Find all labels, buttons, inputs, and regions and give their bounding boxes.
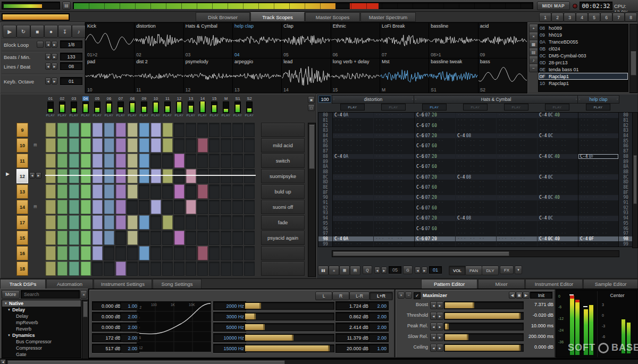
track-play-button[interactable]: PLAY — [163, 114, 172, 117]
matrix-cell[interactable] — [139, 138, 149, 153]
matrix-cell[interactable] — [139, 154, 149, 168]
note-cell[interactable]: ··· ·· ·· — [455, 149, 496, 154]
matrix-cell[interactable] — [221, 169, 231, 183]
matrix-cell[interactable] — [115, 200, 126, 214]
dsp-tree-item-delay[interactable]: ▼Delay — [2, 307, 81, 313]
note-cell[interactable]: ··· ·· ·· — [496, 216, 537, 221]
matrix-cell[interactable] — [221, 215, 231, 230]
note-cell[interactable]: ··· ·· ·· — [496, 143, 537, 149]
matrix-cell[interactable] — [139, 169, 149, 183]
note-cell[interactable]: ··· ·· ·· — [373, 164, 414, 170]
matrix-cell[interactable] — [209, 169, 220, 183]
matrix-cell[interactable] — [197, 200, 208, 214]
note-cell[interactable]: ··· ·· ·· — [455, 128, 496, 133]
eq-band-db-value[interactable]: 11.379 dB — [335, 333, 371, 342]
note-cell[interactable]: ··· ·· ·· — [578, 174, 619, 180]
note-cell[interactable]: ··· ·· ·· — [373, 241, 414, 247]
column-play-button[interactable]: PLAY — [463, 104, 488, 111]
note-cell[interactable]: ··· ·· ·· — [332, 174, 373, 180]
note-cell[interactable]: ··· ·· ·· — [578, 221, 619, 226]
position-decrement-button[interactable] — [415, 267, 421, 274]
pattern-name-button[interactable]: buld up — [261, 184, 305, 199]
view-tab-master-scopes[interactable]: Master Scopes — [305, 12, 360, 22]
instrument-row[interactable]: 08ho089 — [539, 24, 628, 31]
scrollbar-thumb[interactable] — [309, 124, 315, 169]
note-cell[interactable]: ··· ·· ·· — [373, 200, 414, 206]
matrix-cell[interactable] — [209, 184, 220, 199]
note-cell[interactable]: ··· ·· ·· — [455, 231, 496, 236]
note-cell[interactable]: ··· ·· ·· — [455, 190, 496, 195]
note-cell[interactable]: ··· ·· ·· — [373, 113, 414, 118]
scope-mst[interactable]: MstM — [380, 58, 429, 94]
note-cell[interactable]: ··· ·· ·· — [373, 180, 414, 185]
param-increment-button[interactable] — [436, 344, 443, 352]
column-play-button[interactable]: PLAY — [422, 104, 447, 111]
note-cell[interactable]: ··· ·· ·· — [496, 149, 537, 154]
note-cell[interactable]: ··· ·· ·· — [496, 123, 537, 128]
matrix-cell[interactable] — [244, 231, 255, 245]
matrix-cell[interactable] — [127, 231, 138, 245]
eq-band-slider[interactable] — [244, 334, 334, 342]
note-cell[interactable]: ··· ·· ·· — [414, 221, 455, 226]
tab-track-dsps[interactable]: Track DSPs — [0, 279, 46, 289]
matrix-cell[interactable] — [69, 261, 79, 276]
matrix-cell[interactable] — [174, 246, 184, 260]
matrix-cell[interactable] — [221, 184, 231, 199]
grid-instrument-button[interactable]: ▦ — [529, 40, 538, 48]
matrix-cell[interactable] — [174, 154, 184, 168]
matrix-cell[interactable] — [162, 184, 173, 199]
eq-bandwidth-value[interactable]: 2.00 — [368, 333, 389, 342]
eq-routing-l-r-button[interactable]: L-R — [349, 292, 370, 300]
matrix-mode-button[interactable]: ▣ — [308, 96, 315, 103]
note-cell[interactable]: ··· ·· ·· — [332, 226, 373, 231]
note-cell[interactable]: ··· ·· ·· — [578, 143, 619, 149]
instrument-row[interactable]: 0D28-prc13 — [539, 59, 628, 66]
note-cell[interactable]: ··· ·· ·· — [537, 123, 578, 128]
dsp-tree-item-compressor[interactable]: Compressor — [2, 345, 81, 351]
note-cell[interactable]: ··· ·· ·· — [373, 149, 414, 154]
vol-button[interactable]: VOL — [449, 266, 466, 275]
eq-band-slider[interactable] — [244, 323, 334, 331]
note-cell[interactable]: ··· ·· ·· — [455, 241, 496, 247]
pan-button[interactable]: PAN — [465, 266, 482, 275]
view-preset-button-5[interactable]: 5 — [588, 13, 600, 22]
note-cell[interactable]: ··· ·· ·· — [578, 205, 619, 210]
note-cell[interactable]: ··· ·· ·· — [537, 118, 578, 123]
track-play-button[interactable]: PLAY — [116, 114, 125, 117]
matrix-cell[interactable] — [209, 138, 220, 153]
matrix-cell[interactable] — [197, 138, 208, 153]
note-cell[interactable]: ··· ·· ·· — [578, 185, 619, 190]
note-cell[interactable]: ··· ·· ·· — [496, 128, 537, 133]
matrix-cell[interactable] — [115, 215, 126, 230]
note-cell[interactable]: ··· ·· ·· — [537, 170, 578, 175]
eq-bandwidth-value[interactable]: 2.00 — [368, 323, 389, 332]
note-cell[interactable]: ··· ·· ·· — [496, 164, 537, 170]
matrix-cell[interactable] — [186, 261, 196, 276]
note-cell[interactable]: ··· ·· ·· — [414, 159, 455, 164]
note-cell[interactable]: ··· ·· ·· — [455, 164, 496, 170]
matrix-cell[interactable] — [197, 231, 208, 245]
note-cell[interactable]: ··· ·· ·· — [455, 226, 496, 231]
matrix-cell[interactable] — [115, 169, 126, 183]
matrix-cell[interactable] — [115, 154, 126, 168]
instrument-row[interactable]: 10Rapclap1 — [539, 80, 628, 87]
matrix-cell[interactable] — [244, 200, 255, 214]
note-cell[interactable]: ··· ·· ·· — [373, 205, 414, 210]
tab-mixer[interactable]: Mixer — [478, 279, 525, 289]
note-cell[interactable]: ··· ·· ·· — [414, 149, 455, 154]
matrix-cell[interactable] — [221, 154, 231, 168]
eq-curve-graph[interactable]: 1001K10K1260-6-12 — [137, 301, 211, 352]
param-slider-peak-rel[interactable] — [444, 323, 524, 331]
note-cell[interactable]: ··· ·· ·· — [496, 241, 537, 247]
note-cell[interactable]: C-60720 — [414, 236, 455, 242]
lpb-value[interactable]: 08 — [60, 62, 82, 70]
matrix-scrollbar[interactable] — [308, 123, 316, 277]
matrix-cell[interactable] — [104, 246, 114, 260]
matrix-cell[interactable] — [80, 215, 91, 230]
block-loop-decrement-button[interactable] — [45, 41, 51, 48]
preset-name[interactable]: Init — [530, 292, 552, 299]
note-cell[interactable]: ··· ·· ·· — [537, 143, 578, 149]
note-cell[interactable]: ··· ·· ·· — [373, 133, 414, 139]
note-cell[interactable]: ··· ·· ·· — [496, 138, 537, 143]
matrix-cell[interactable] — [221, 231, 231, 245]
